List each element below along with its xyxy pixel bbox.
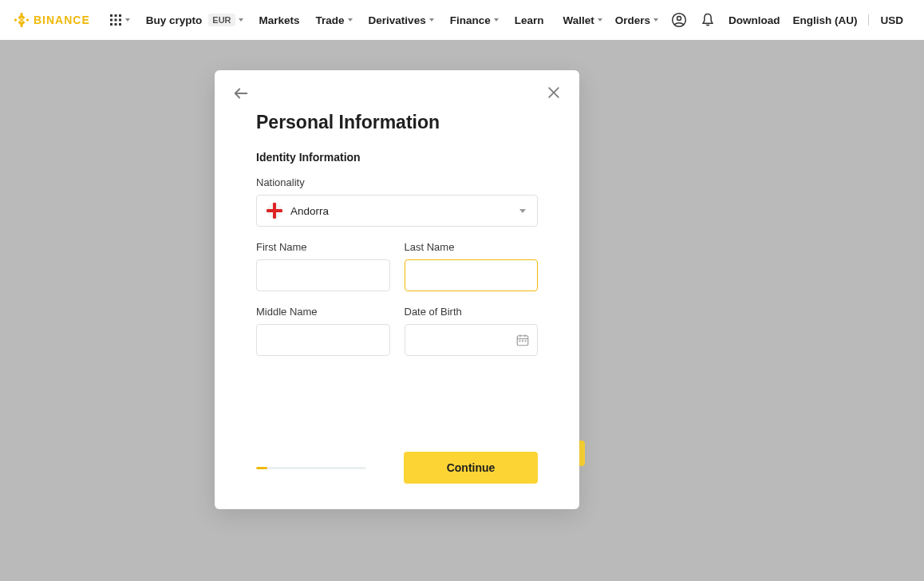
nav-learn[interactable]: Learn — [507, 14, 552, 26]
nav-markets[interactable]: Markets — [251, 14, 308, 26]
nav-label: Download — [729, 14, 780, 26]
chevron-down-icon — [429, 18, 434, 22]
nav-derivatives[interactable]: Derivatives — [361, 14, 442, 26]
chevron-down-icon — [239, 18, 243, 22]
svg-rect-7 — [119, 14, 121, 17]
notifications-button[interactable] — [693, 12, 722, 28]
header-bar: BINANCE Buy crypto EUR Markets Trade Der… — [0, 0, 924, 40]
svg-rect-4 — [20, 18, 23, 22]
middle-name-input[interactable] — [256, 324, 390, 356]
progress-fill — [256, 467, 267, 469]
svg-rect-11 — [110, 23, 113, 26]
modal-title: Personal Information — [256, 112, 538, 133]
modal-subtitle: Identity Information — [256, 151, 538, 164]
svg-rect-2 — [14, 18, 18, 22]
chevron-down-icon — [494, 18, 499, 22]
last-name-label: Last Name — [405, 241, 539, 253]
first-name-label: First Name — [256, 241, 390, 253]
nav-right: Wallet Orders Download English (AU) — [556, 12, 910, 28]
dob-input[interactable] — [405, 324, 539, 356]
nav-label: Orders — [615, 14, 650, 26]
nav-label: Derivatives — [369, 14, 426, 26]
grid-icon — [109, 14, 122, 26]
middle-name-label: Middle Name — [256, 306, 390, 318]
svg-rect-13 — [119, 23, 121, 26]
svg-rect-3 — [26, 18, 29, 22]
nav-finance[interactable]: Finance — [442, 14, 507, 26]
nav-label: USD — [880, 14, 903, 26]
first-name-input[interactable] — [256, 259, 390, 291]
bell-icon — [700, 12, 716, 28]
nationality-value: Andorra — [290, 205, 329, 217]
separator — [868, 14, 869, 26]
chevron-down-icon — [348, 18, 353, 22]
svg-rect-10 — [119, 19, 121, 22]
chevron-down-icon — [519, 209, 526, 213]
logo-text: BINANCE — [34, 14, 90, 26]
back-arrow-icon[interactable] — [232, 85, 250, 102]
nav-label: Trade — [316, 14, 345, 26]
background-button-fragment — [578, 441, 585, 466]
nav-label: Learn — [515, 14, 544, 26]
nav-label: Markets — [259, 14, 300, 26]
last-name-input[interactable] — [405, 259, 539, 291]
svg-rect-6 — [114, 14, 116, 17]
nav-wallet[interactable]: Wallet — [556, 14, 608, 26]
account-icon-button[interactable] — [665, 12, 693, 28]
nav-currency[interactable]: USD — [874, 14, 910, 26]
chevron-down-icon — [654, 18, 658, 22]
nav-label: Finance — [450, 14, 491, 26]
svg-rect-5 — [110, 14, 113, 17]
chevron-down-icon — [125, 18, 130, 22]
nav-left: Buy crypto EUR Markets Trade Derivatives… — [138, 14, 552, 26]
eur-badge: EUR — [208, 14, 235, 26]
personal-information-modal: Personal Information Identity Informatio… — [215, 70, 579, 509]
nationality-label: Nationality — [256, 176, 538, 188]
flag-icon — [267, 203, 282, 219]
close-icon[interactable] — [546, 85, 562, 101]
svg-point-15 — [677, 16, 681, 20]
svg-rect-8 — [110, 19, 113, 22]
svg-rect-9 — [114, 19, 116, 22]
nav-trade[interactable]: Trade — [308, 14, 361, 26]
nav-orders[interactable]: Orders — [609, 14, 665, 26]
nav-label: English (AU) — [792, 14, 857, 26]
nav-language[interactable]: English (AU) — [786, 14, 863, 26]
svg-rect-12 — [114, 23, 116, 26]
apps-grid-menu[interactable] — [101, 14, 138, 26]
svg-rect-18 — [273, 203, 276, 219]
person-circle-icon — [671, 12, 687, 28]
logo[interactable]: BINANCE — [14, 13, 90, 27]
binance-logo-icon — [14, 13, 29, 27]
dob-label: Date of Birth — [405, 306, 539, 318]
nav-download[interactable]: Download — [722, 14, 787, 26]
progress-bar — [256, 467, 366, 469]
nav-buy-crypto[interactable]: Buy crypto EUR — [138, 14, 251, 26]
nationality-select[interactable]: Andorra — [256, 195, 538, 227]
continue-button[interactable]: Continue — [404, 452, 538, 484]
nav-label: Wallet — [563, 14, 594, 26]
nav-label: Buy crypto — [146, 14, 203, 26]
chevron-down-icon — [598, 18, 602, 22]
